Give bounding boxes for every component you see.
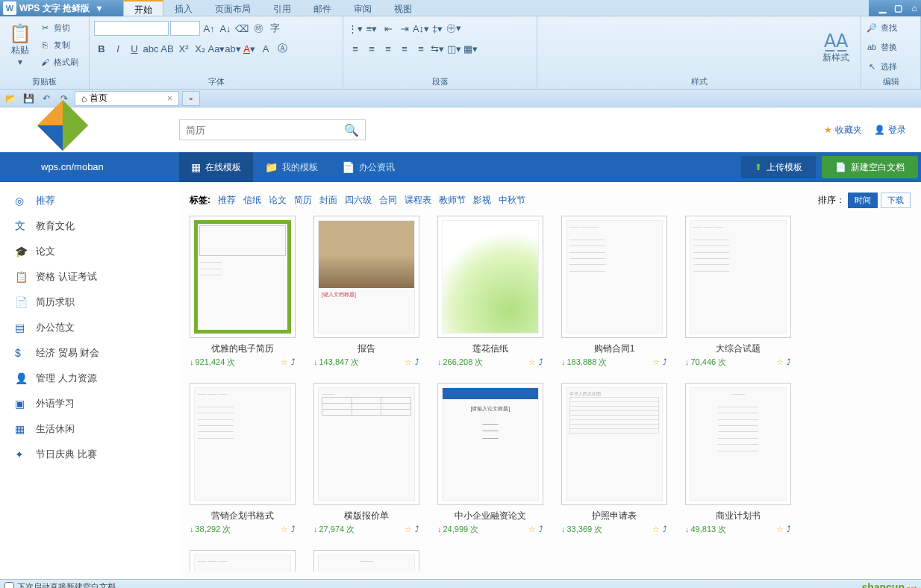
template-title[interactable]: 中小企业融资论文 xyxy=(455,510,526,522)
share-icon[interactable]: ⤴ xyxy=(663,357,667,367)
fav-icon[interactable]: ☆ xyxy=(528,525,536,534)
sidebar-item-8[interactable]: ▣外语学习 xyxy=(0,391,179,416)
distribute-icon[interactable]: ≡ xyxy=(413,41,428,56)
save-icon[interactable]: 💾 xyxy=(21,91,36,106)
sort-download-button[interactable]: 下载 xyxy=(881,193,911,208)
emphasis-icon[interactable]: AB xyxy=(160,41,175,56)
decrease-font-icon[interactable]: A↓ xyxy=(218,21,233,36)
tag-5[interactable]: 四六级 xyxy=(345,194,372,207)
clear-format-icon[interactable]: ⌫ xyxy=(234,21,249,36)
share-icon[interactable]: ⤴ xyxy=(415,525,419,534)
align-left-icon[interactable]: ≡ xyxy=(348,41,363,56)
sidebar-item-1[interactable]: 文教育文化 xyxy=(0,213,179,239)
char-shading-icon[interactable]: A xyxy=(258,41,273,56)
tag-2[interactable]: 论文 xyxy=(269,194,287,207)
align-right-icon[interactable]: ≡ xyxy=(381,41,396,56)
share-icon[interactable]: ⤴ xyxy=(539,525,543,534)
tag-8[interactable]: 教师节 xyxy=(439,194,466,207)
shading-icon[interactable]: ◫▾ xyxy=(446,41,461,56)
restore-icon[interactable]: ▢ xyxy=(892,3,905,13)
fav-icon[interactable]: ☆ xyxy=(405,357,412,367)
share-icon[interactable]: ⤴ xyxy=(787,357,791,367)
share-icon[interactable]: ⤴ xyxy=(415,357,419,367)
share-icon[interactable]: ⤴ xyxy=(663,525,667,534)
tag-10[interactable]: 中秋节 xyxy=(499,194,525,207)
indent-icon[interactable]: ⇥ xyxy=(397,21,412,36)
template-title[interactable]: 购销合同1 xyxy=(594,343,635,355)
template-thumb[interactable]: ——————————————— xyxy=(190,216,296,338)
tag-0[interactable]: 推荐 xyxy=(218,194,236,207)
nav-tab-1[interactable]: 📁我的模板 xyxy=(253,152,330,182)
tab-icon[interactable]: ⇆▾ xyxy=(430,41,445,56)
numbering-icon[interactable]: ≡▾ xyxy=(364,21,379,36)
text-direction-icon[interactable]: A↕▾ xyxy=(413,21,428,36)
tag-9[interactable]: 影视 xyxy=(473,194,491,207)
minimize-icon[interactable]: ▁ xyxy=(875,3,889,13)
template-title[interactable]: 报告 xyxy=(358,343,375,355)
strike-icon[interactable]: abc xyxy=(143,41,158,56)
tag-1[interactable]: 信纸 xyxy=(243,194,261,207)
template-thumb[interactable]: —— —— ——————————————————————————————————… xyxy=(190,383,296,505)
underline-icon[interactable]: U xyxy=(127,41,142,56)
home-icon[interactable]: ⌂ xyxy=(908,3,921,13)
template-thumb[interactable]: ————————————————————————————————————————… xyxy=(313,550,419,572)
new-tab-button[interactable]: ▫ xyxy=(182,91,200,106)
border-icon[interactable]: ▦▾ xyxy=(463,41,478,56)
fav-icon[interactable]: ☆ xyxy=(281,525,288,534)
template-title[interactable]: 护照申请表 xyxy=(592,510,637,522)
template-thumb[interactable]: —— —— ——————————————————————————————————… xyxy=(561,216,667,338)
sidebar-item-9[interactable]: ▦生活休闲 xyxy=(0,416,179,442)
template-thumb[interactable]: [键入文档标题] xyxy=(313,216,419,338)
share-icon[interactable]: ⤴ xyxy=(787,525,791,534)
new-blank-doc-button[interactable]: 📄新建空白文档 xyxy=(822,156,918,178)
nav-tab-0[interactable]: ▦在线模板 xyxy=(179,152,253,182)
menu-tab-1[interactable]: 插入 xyxy=(163,0,204,16)
enclose-char-icon[interactable]: Ⓐ xyxy=(275,41,290,56)
menu-tab-6[interactable]: 视图 xyxy=(383,0,423,16)
sidebar-item-7[interactable]: 👤管理 人力资源 xyxy=(0,366,179,391)
char-border-icon[interactable]: 字 xyxy=(267,21,282,36)
new-style-button[interactable]: A̲A̲ 新样式 xyxy=(820,22,852,72)
tag-6[interactable]: 合同 xyxy=(379,194,397,207)
tag-3[interactable]: 简历 xyxy=(294,194,312,207)
sidebar-item-2[interactable]: 🎓论文 xyxy=(0,239,179,264)
format-brush-button[interactable]: 🖌格式刷 xyxy=(39,54,78,70)
change-case-icon[interactable]: Aa▾ xyxy=(209,41,224,56)
sidebar-item-0[interactable]: ◎推荐 xyxy=(0,188,179,213)
sidebar-item-6[interactable]: $经济 贸易 财会 xyxy=(0,340,179,366)
sidebar-item-4[interactable]: 📄简历求职 xyxy=(0,290,179,315)
bold-icon[interactable]: B xyxy=(94,41,109,56)
template-thumb[interactable]: —— —— ——————————————————————————————————… xyxy=(685,216,791,338)
startup-blank-checkbox[interactable] xyxy=(4,582,14,588)
template-title[interactable]: 大综合试题 xyxy=(716,343,761,355)
font-color-icon[interactable]: A▾ xyxy=(242,41,257,56)
menu-tab-3[interactable]: 引用 xyxy=(262,0,302,16)
menu-tab-4[interactable]: 邮件 xyxy=(302,0,343,16)
upload-template-button[interactable]: ⬆上传模板 xyxy=(741,156,816,178)
increase-font-icon[interactable]: A↑ xyxy=(202,21,216,36)
menu-tab-5[interactable]: 审阅 xyxy=(343,0,383,16)
template-title[interactable]: 横版报价单 xyxy=(344,510,389,522)
template-title[interactable]: 商业计划书 xyxy=(716,510,761,522)
nav-tab-2[interactable]: 📄办公资讯 xyxy=(330,152,407,182)
phonetic-icon[interactable]: ㊕ xyxy=(251,21,266,36)
subscript-icon[interactable]: X₂ xyxy=(193,41,207,56)
superscript-icon[interactable]: X² xyxy=(176,41,191,56)
template-thumb[interactable]: 中华人民共和国 xyxy=(561,383,667,505)
template-thumb[interactable]: ————————————————————————————————————————… xyxy=(685,383,791,505)
template-thumb[interactable]: —— —— ——————————————————————————————————… xyxy=(190,550,296,572)
line-spacing-icon[interactable]: ‡▾ xyxy=(430,21,445,36)
template-thumb[interactable] xyxy=(437,216,543,338)
italic-icon[interactable]: I xyxy=(110,41,125,56)
favorites-link[interactable]: ★收藏夹 xyxy=(824,124,862,137)
fav-icon[interactable]: ☆ xyxy=(405,525,412,534)
menu-tab-0[interactable]: 开始 xyxy=(123,0,163,16)
fav-icon[interactable]: ☆ xyxy=(281,357,288,367)
justify-icon[interactable]: ≡ xyxy=(397,41,412,56)
share-icon[interactable]: ⤴ xyxy=(291,525,296,534)
asian-layout-icon[interactable]: ㊥▾ xyxy=(446,21,461,36)
template-title[interactable]: 营销企划书格式 xyxy=(211,510,274,522)
fav-icon[interactable]: ☆ xyxy=(776,525,784,534)
template-title[interactable]: 优雅的电子简历 xyxy=(211,343,274,355)
copy-button[interactable]: ⎘复制 xyxy=(39,37,78,53)
